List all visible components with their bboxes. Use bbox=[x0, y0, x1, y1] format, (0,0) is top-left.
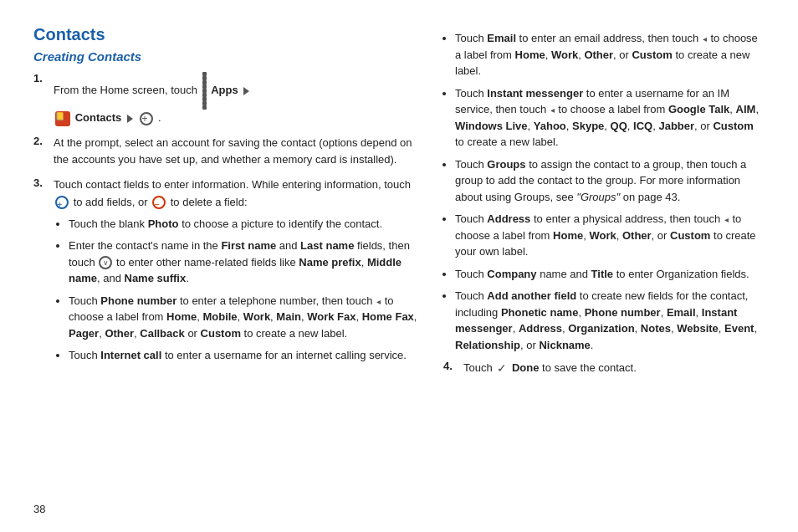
arrow-icon-1 bbox=[243, 87, 249, 95]
step-4-touch: Touch bbox=[463, 361, 493, 374]
section-title: Creating Contacts bbox=[33, 49, 418, 64]
step-3-mid: to add fields, or bbox=[74, 196, 151, 208]
bullet-im: Touch Instant messenger to enter a usern… bbox=[455, 85, 765, 151]
apps-grid-icon bbox=[202, 72, 207, 110]
done-label: Done bbox=[512, 361, 540, 374]
step-1: 1. From the Home screen, touch Apps 📒 Co… bbox=[33, 72, 418, 126]
step-3-number: 3. bbox=[33, 176, 47, 189]
step-3-bullets: Touch the blank Photo to choose a pictur… bbox=[54, 216, 418, 364]
expand-name-icon: ∨ bbox=[99, 256, 112, 269]
address-label-arrow: ◂ bbox=[724, 213, 729, 226]
left-column: Contacts Creating Contacts 1. From the H… bbox=[33, 25, 418, 507]
phone-label-arrow: ◂ bbox=[376, 295, 381, 308]
apps-label: Apps bbox=[211, 84, 241, 96]
right-bullets: Touch Email to enter an email address, t… bbox=[443, 30, 765, 353]
arrow-icon-2 bbox=[127, 115, 133, 123]
page-title: Contacts bbox=[33, 25, 418, 44]
step-1-text-from: From the Home screen, touch bbox=[54, 84, 201, 96]
bullet-photo: Touch the blank Photo to choose a pictur… bbox=[69, 216, 418, 233]
bullet-groups: Touch Groups to assign the contact to a … bbox=[455, 156, 765, 206]
bullet-internet-call: Touch Internet call to enter a username … bbox=[69, 347, 418, 364]
step-2-content: At the prompt, select an account for sav… bbox=[54, 135, 418, 168]
contacts-label: Contacts bbox=[75, 111, 125, 124]
delete-field-icon: − bbox=[152, 196, 166, 209]
add-contact-icon: + bbox=[140, 112, 153, 125]
step-4-text: to save the contact. bbox=[542, 361, 637, 374]
add-field-icon: + bbox=[55, 196, 69, 209]
step-4-number: 4. bbox=[443, 360, 457, 372]
page-number: 38 bbox=[33, 503, 45, 515]
step-3: 3. Touch contact fields to enter informa… bbox=[33, 176, 418, 369]
step-4: 4. Touch ✓ Done to save the contact. bbox=[443, 360, 765, 378]
step-4-content: Touch ✓ Done to save the contact. bbox=[463, 360, 765, 378]
step-3-intro: Touch contact fields to enter informatio… bbox=[54, 178, 411, 191]
bullet-email: Touch Email to enter an email address, t… bbox=[455, 30, 765, 79]
bullet-company: Touch Company name and Title to enter Or… bbox=[455, 266, 765, 283]
done-checkmark-icon: ✓ bbox=[497, 360, 507, 378]
step-1-period: . bbox=[158, 111, 161, 124]
step-2-number: 2. bbox=[33, 135, 47, 147]
bullet-name: Enter the contact's name in the First na… bbox=[69, 238, 418, 287]
step-2: 2. At the prompt, select an account for … bbox=[33, 135, 418, 168]
right-column: Touch Email to enter an email address, t… bbox=[443, 25, 765, 507]
step-1-content: From the Home screen, touch Apps 📒 Conta… bbox=[54, 72, 418, 126]
bullet-address: Touch Address to enter a physical addres… bbox=[455, 211, 765, 260]
step-3-end: to delete a field: bbox=[171, 196, 248, 208]
step-3-content: Touch contact fields to enter informatio… bbox=[54, 176, 418, 369]
bullet-add-field: Touch Add another field to create new fi… bbox=[455, 288, 765, 353]
step-1-number: 1. bbox=[33, 72, 47, 84]
email-label-arrow: ◂ bbox=[703, 33, 707, 45]
im-label-arrow: ◂ bbox=[550, 104, 555, 116]
bullet-phone: Touch Phone number to enter a telephone … bbox=[69, 293, 418, 342]
contacts-app-icon: 📒 bbox=[55, 111, 70, 126]
